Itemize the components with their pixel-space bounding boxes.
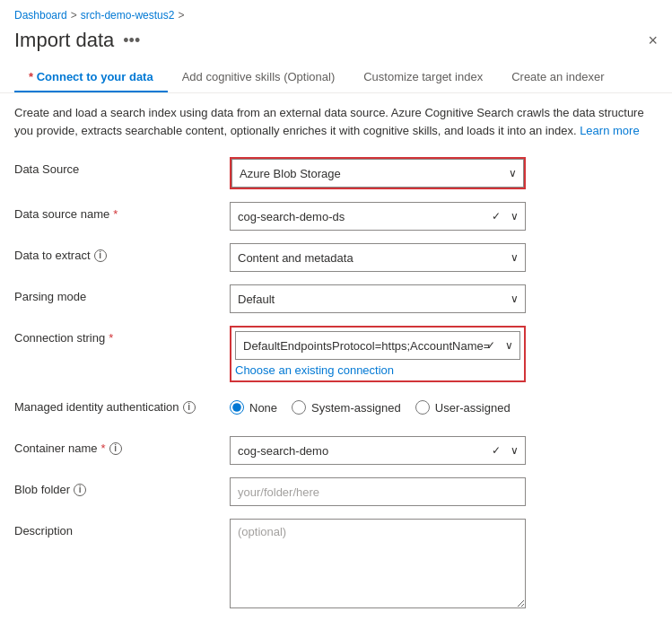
tab-customize[interactable]: Customize target index [349,63,497,92]
managed-identity-radio-group: None System-assigned User-assigned [230,395,526,415]
breadcrumb-resource[interactable]: srch-demo-westus2 [81,9,175,22]
radio-none-label: None [249,401,277,415]
container-name-row: Container name * i cog-search-demo ✓ ∨ [14,436,658,465]
description-control [230,519,526,611]
data-source-name-control: cog-search-demo-ds ✓ ∨ [230,202,526,231]
container-name-control: cog-search-demo ✓ ∨ [230,436,526,465]
choose-connection-link[interactable]: Choose an existing connection [235,363,520,377]
connection-string-label: Connection string * [14,326,230,345]
description-textarea[interactable] [230,519,526,608]
radio-none-input[interactable] [230,400,244,415]
parsing-mode-select[interactable]: Default Text JSON JSON array JSON lines … [230,284,526,313]
data-source-wrapper: Azure Blob Storage Azure Table Storage A… [230,157,526,189]
radio-user-input[interactable] [415,400,430,415]
page-header: Import data ••• × [0,25,672,63]
connection-string-highlighted: DefaultEndpointsProtocol=https;AccountNa… [230,326,526,382]
managed-identity-info[interactable]: i [183,401,196,414]
description-label: Description [14,519,230,537]
radio-system-assigned[interactable]: System-assigned [292,400,401,415]
data-source-name-label: Data source name * [14,202,230,221]
description-row: Description [14,519,658,611]
learn-more-link[interactable]: Learn more [580,124,639,137]
blob-folder-row: Blob folder i [14,477,658,506]
data-source-name-row: Data source name * cog-search-demo-ds ✓ … [14,202,658,231]
data-to-extract-select[interactable]: Content and metadata Storage metadata Al… [230,243,526,272]
data-to-extract-control: Content and metadata Storage metadata Al… [230,243,526,272]
menu-icon[interactable]: ••• [123,31,140,50]
parsing-mode-wrapper: Default Text JSON JSON array JSON lines … [230,284,526,313]
tab-indexer[interactable]: Create an indexer [497,63,618,92]
blob-folder-label: Blob folder i [14,477,230,496]
data-to-extract-row: Data to extract i Content and metadata S… [14,243,658,272]
page-title: Import data [14,29,114,52]
radio-user-label: User-assigned [435,401,511,415]
data-source-row: Data Source Azure Blob Storage Azure Tab… [14,157,658,189]
blob-folder-control [230,477,526,506]
managed-identity-row: Managed identity authentication i None S… [14,395,658,424]
tab-connect-star: * [29,70,37,83]
data-to-extract-label: Data to extract i [14,243,230,262]
radio-system-label: System-assigned [311,401,401,415]
description-text: Create and load a search index using dat… [0,93,664,150]
container-name-wrapper: cog-search-demo ✓ ∨ [230,436,526,465]
data-source-label: Data Source [14,157,230,176]
parsing-mode-control: Default Text JSON JSON array JSON lines … [230,284,526,313]
breadcrumb-dashboard[interactable]: Dashboard [14,9,67,22]
connection-string-select[interactable]: DefaultEndpointsProtocol=https;AccountNa… [235,331,520,360]
data-source-name-wrapper: cog-search-demo-ds ✓ ∨ [230,202,526,231]
connection-string-wrapper: DefaultEndpointsProtocol=https;AccountNa… [235,331,520,360]
parsing-mode-row: Parsing mode Default Text JSON JSON arra… [14,284,658,313]
data-to-extract-info[interactable]: i [94,249,107,262]
data-source-name-select[interactable]: cog-search-demo-ds [230,202,526,231]
form-container: Data Source Azure Blob Storage Azure Tab… [0,150,672,631]
blob-folder-input[interactable] [230,477,526,506]
radio-user-assigned[interactable]: User-assigned [415,400,511,415]
breadcrumb: Dashboard > srch-demo-westus2 > [0,0,672,25]
data-source-select[interactable]: Azure Blob Storage Azure Table Storage A… [231,159,524,188]
container-name-info[interactable]: i [109,442,122,455]
radio-none[interactable]: None [230,400,277,415]
parsing-mode-label: Parsing mode [14,284,230,303]
managed-identity-control: None System-assigned User-assigned [230,395,526,415]
close-icon[interactable]: × [648,31,658,50]
container-name-label: Container name * i [14,436,230,455]
tab-connect[interactable]: * Connect to your data [14,63,168,92]
breadcrumb-sep1: > [71,9,77,22]
tabs: * Connect to your data Add cognitive ski… [0,63,672,93]
container-name-select[interactable]: cog-search-demo [230,436,526,465]
breadcrumb-sep2: > [178,9,184,22]
data-source-control: Azure Blob Storage Azure Table Storage A… [230,157,526,189]
connection-string-control: DefaultEndpointsProtocol=https;AccountNa… [230,326,526,382]
managed-identity-label: Managed identity authentication i [14,395,230,414]
blob-folder-info[interactable]: i [74,484,86,496]
connection-string-row: Connection string * DefaultEndpointsProt… [14,326,658,382]
data-to-extract-wrapper: Content and metadata Storage metadata Al… [230,243,526,272]
tab-cognitive[interactable]: Add cognitive skills (Optional) [168,63,350,92]
radio-system-input[interactable] [292,400,306,415]
